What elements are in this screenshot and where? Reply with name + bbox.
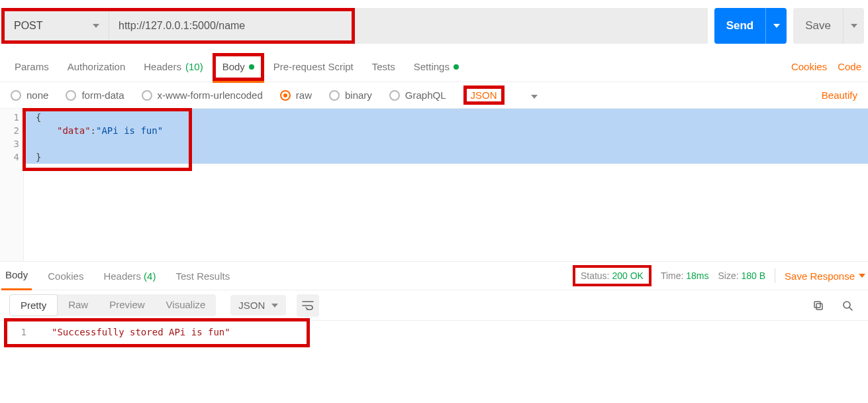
caret-down-icon: [851, 24, 857, 28]
code-line: [24, 137, 868, 150]
cookies-link[interactable]: Cookies: [791, 61, 827, 72]
view-mode-pretty[interactable]: Pretty: [9, 294, 58, 316]
response-gutter: 1: [0, 321, 40, 353]
editor-gutter: 1 2 3 4: [0, 109, 24, 261]
wrap-lines-button[interactable]: [297, 294, 319, 317]
caret-down-icon: [93, 24, 99, 28]
body-type-raw[interactable]: raw: [280, 89, 312, 101]
divider: [775, 268, 775, 283]
beautify-link[interactable]: Beautify: [822, 89, 857, 101]
save-button-group: Save: [793, 8, 864, 44]
response-line: "Successfully stored APi is fun": [52, 325, 230, 339]
green-dot-icon: [454, 64, 459, 70]
response-tab-cookies[interactable]: Cookies: [44, 261, 87, 290]
save-response-button[interactable]: Save Response: [785, 270, 865, 282]
radio-icon: [11, 90, 21, 101]
body-type-none[interactable]: none: [11, 89, 48, 101]
response-body: 1 "Successfully stored APi is fun": [0, 321, 868, 353]
request-tabs: Params Authorization Headers (10) Body P…: [0, 52, 868, 82]
code-line: }: [24, 150, 868, 164]
response-tab-body[interactable]: Body: [1, 261, 32, 290]
body-type-binary[interactable]: binary: [329, 89, 372, 101]
caret-down-icon: [773, 24, 780, 28]
radio-icon: [389, 90, 400, 101]
save-button[interactable]: Save: [793, 8, 843, 44]
wrap-icon: [302, 301, 314, 310]
request-url-value: http://127.0.0.1:5000/name: [119, 20, 245, 32]
code-link[interactable]: Code: [838, 61, 861, 72]
headers-count: (10): [185, 61, 203, 72]
tab-params[interactable]: Params: [5, 52, 58, 82]
body-type-form-data[interactable]: form-data: [66, 89, 124, 101]
green-dot-icon: [249, 64, 254, 70]
view-mode-raw[interactable]: Raw: [58, 294, 99, 316]
response-view-modes: Pretty Raw Preview Visualize: [9, 294, 216, 316]
send-button-group: Send: [714, 8, 787, 44]
svg-rect-1: [816, 304, 822, 310]
search-icon: [842, 300, 853, 311]
radio-icon: [280, 90, 291, 101]
radio-icon: [66, 90, 76, 101]
request-row: POST http://127.0.0.1:5000/name Send Sav…: [0, 0, 868, 52]
response-time: Time: 18ms: [661, 270, 709, 281]
method-url-highlight: POST http://127.0.0.1:5000/name: [1, 8, 355, 44]
tab-prerequest-script[interactable]: Pre-request Script: [264, 52, 363, 82]
http-method-select[interactable]: POST: [5, 11, 109, 40]
tab-tests[interactable]: Tests: [363, 52, 405, 82]
tabs-right-links: Cookies Code: [791, 61, 863, 72]
request-body-editor[interactable]: 1 2 3 4 { "data":"APi is fun" }: [0, 109, 868, 261]
view-mode-visualize[interactable]: Visualize: [156, 294, 217, 316]
caret-down-icon: [859, 274, 865, 278]
save-more-button[interactable]: [843, 8, 864, 44]
body-type-row: none form-data x-www-form-urlencoded raw…: [0, 82, 868, 109]
caret-down-icon[interactable]: [531, 89, 538, 101]
search-response-button[interactable]: [836, 294, 859, 317]
copy-response-button[interactable]: [807, 294, 830, 317]
raw-format-dropdown[interactable]: JSON: [463, 86, 505, 105]
tab-body[interactable]: Body: [213, 53, 264, 81]
response-status: Status: 200 OK: [573, 265, 651, 286]
svg-line-3: [849, 308, 852, 310]
view-mode-preview[interactable]: Preview: [99, 294, 155, 316]
tab-authorization[interactable]: Authorization: [58, 52, 135, 82]
response-toolbar: Pretty Raw Preview Visualize JSON: [0, 290, 868, 321]
radio-icon: [142, 90, 152, 101]
copy-icon: [813, 300, 824, 311]
svg-rect-0: [814, 302, 820, 308]
send-button[interactable]: Send: [714, 8, 766, 44]
send-more-button[interactable]: [765, 8, 787, 44]
response-tabs: Body Cookies Headers(4) Test Results Sta…: [0, 261, 868, 290]
response-meta: Status: 200 OK Time: 18ms Size: 180 B Sa…: [573, 265, 868, 286]
code-line: "data":"APi is fun": [24, 124, 868, 137]
response-size: Size: 180 B: [718, 270, 765, 281]
response-headers-count: (4): [144, 270, 156, 282]
body-type-graphql[interactable]: GraphQL: [389, 89, 446, 101]
response-tab-headers[interactable]: Headers(4): [99, 261, 160, 290]
code-line: {: [24, 111, 868, 124]
caret-down-icon: [271, 304, 278, 308]
url-input-extension[interactable]: [355, 8, 708, 44]
radio-icon: [329, 90, 340, 101]
tab-headers[interactable]: Headers (10): [134, 52, 212, 82]
response-toolbar-right: [807, 294, 859, 317]
response-format-dropdown[interactable]: JSON: [230, 295, 286, 316]
http-method-value: POST: [14, 20, 43, 32]
tab-settings[interactable]: Settings: [405, 52, 468, 82]
body-type-x-www-form-urlencoded[interactable]: x-www-form-urlencoded: [142, 89, 263, 101]
response-tab-test-results[interactable]: Test Results: [171, 261, 234, 290]
request-url-input[interactable]: http://127.0.0.1:5000/name: [109, 11, 352, 40]
editor-content[interactable]: { "data":"APi is fun" }: [24, 109, 868, 164]
